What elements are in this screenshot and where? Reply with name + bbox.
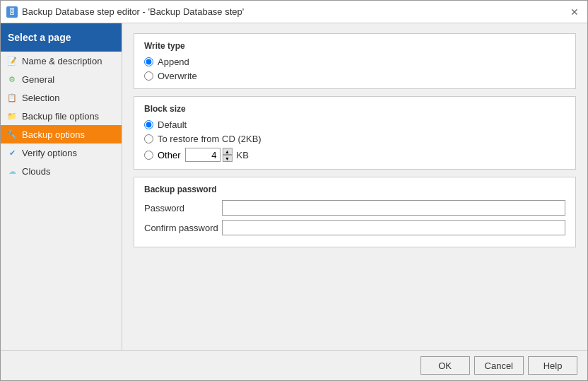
spinner-up-button[interactable]: ▲ <box>223 148 233 155</box>
confirm-password-row: Confirm password <box>144 220 565 235</box>
restore-cd-radio[interactable] <box>144 134 153 143</box>
app-icon: 🗄 <box>6 6 18 18</box>
password-input[interactable] <box>222 200 565 216</box>
sidebar-item-general-label: General <box>22 74 54 85</box>
clouds-icon: ☁ <box>6 165 18 177</box>
sidebar-item-name-label: Name & description <box>22 56 102 66</box>
dialog-title: Backup Database step editor - 'Backup Da… <box>22 6 244 17</box>
block-size-title: Block size <box>144 104 565 114</box>
verify-icon: ✔ <box>6 147 18 158</box>
sidebar-item-backup-options-label: Backup options <box>22 129 85 140</box>
help-button[interactable]: Help <box>528 356 577 375</box>
restore-cd-row: To restore from CD (2KB) <box>144 134 565 144</box>
default-radio[interactable] <box>144 120 153 129</box>
backup-options-icon: 🔧 <box>6 129 18 140</box>
confirm-password-input[interactable] <box>222 220 565 235</box>
write-type-section: Write type Append Overwrite <box>134 33 576 89</box>
main-content: Write type Append Overwrite Block size <box>122 23 587 350</box>
default-label[interactable]: Default <box>158 119 187 130</box>
sidebar-item-backup-file-options[interactable]: 📁 Backup file options <box>1 107 122 125</box>
dialog-body: Select a page 📝 Name & description ⚙ Gen… <box>1 23 587 350</box>
name-icon: 📝 <box>6 55 18 66</box>
title-bar-left: 🗄 Backup Database step editor - 'Backup … <box>6 6 244 18</box>
dialog-footer: OK Cancel Help <box>1 350 587 380</box>
selection-icon: 📋 <box>6 92 18 103</box>
overwrite-label[interactable]: Overwrite <box>158 71 197 81</box>
password-row: Password <box>144 200 565 216</box>
spinner-buttons: ▲ ▼ <box>223 148 233 162</box>
default-row: Default <box>144 119 565 130</box>
sidebar-item-name[interactable]: 📝 Name & description <box>1 52 122 70</box>
block-size-radio-group: Default To restore from CD (2KB) Other 4… <box>144 119 565 162</box>
block-size-section: Block size Default To restore from CD (2… <box>134 96 576 170</box>
append-label[interactable]: Append <box>158 57 189 67</box>
write-type-radio-group: Append Overwrite <box>144 57 565 81</box>
spinner-wrap: 4 ▲ ▼ <box>185 148 233 162</box>
sidebar: Select a page 📝 Name & description ⚙ Gen… <box>1 23 122 350</box>
backup-password-section: Backup password Password Confirm passwor… <box>134 177 576 247</box>
close-button[interactable]: ✕ <box>568 5 582 19</box>
cancel-button[interactable]: Cancel <box>474 356 524 375</box>
password-label: Password <box>144 203 222 213</box>
kb-unit-label: KB <box>237 150 249 160</box>
sidebar-item-backup-options[interactable]: 🔧 Backup options <box>1 125 122 143</box>
confirm-password-label: Confirm password <box>144 223 222 233</box>
append-row: Append <box>144 57 565 67</box>
ok-button[interactable]: OK <box>421 356 470 375</box>
sidebar-item-clouds[interactable]: ☁ Clouds <box>1 162 122 180</box>
other-label[interactable]: Other <box>158 150 181 160</box>
sidebar-header: Select a page <box>1 23 122 52</box>
sidebar-item-backup-file-label: Backup file options <box>22 111 99 122</box>
restore-cd-label[interactable]: To restore from CD (2KB) <box>158 134 261 144</box>
dialog: 🗄 Backup Database step editor - 'Backup … <box>0 0 588 381</box>
overwrite-row: Overwrite <box>144 71 565 81</box>
other-radio[interactable] <box>144 151 153 160</box>
sidebar-item-general[interactable]: ⚙ General <box>1 70 122 88</box>
sidebar-item-verify-label: Verify options <box>22 148 77 158</box>
title-bar: 🗄 Backup Database step editor - 'Backup … <box>1 1 587 23</box>
other-row: Other 4 ▲ ▼ KB <box>144 148 565 162</box>
sidebar-item-verify-options[interactable]: ✔ Verify options <box>1 143 122 162</box>
block-size-input[interactable]: 4 <box>185 148 220 162</box>
backup-password-title: Backup password <box>144 184 565 194</box>
spinner-down-button[interactable]: ▼ <box>223 155 233 162</box>
write-type-title: Write type <box>144 41 565 51</box>
append-radio[interactable] <box>144 57 153 66</box>
sidebar-item-selection[interactable]: 📋 Selection <box>1 88 122 107</box>
sidebar-item-clouds-label: Clouds <box>22 166 50 177</box>
sidebar-item-selection-label: Selection <box>22 93 59 103</box>
general-icon: ⚙ <box>6 74 18 85</box>
backup-file-icon: 📁 <box>6 110 18 122</box>
overwrite-radio[interactable] <box>144 71 153 81</box>
